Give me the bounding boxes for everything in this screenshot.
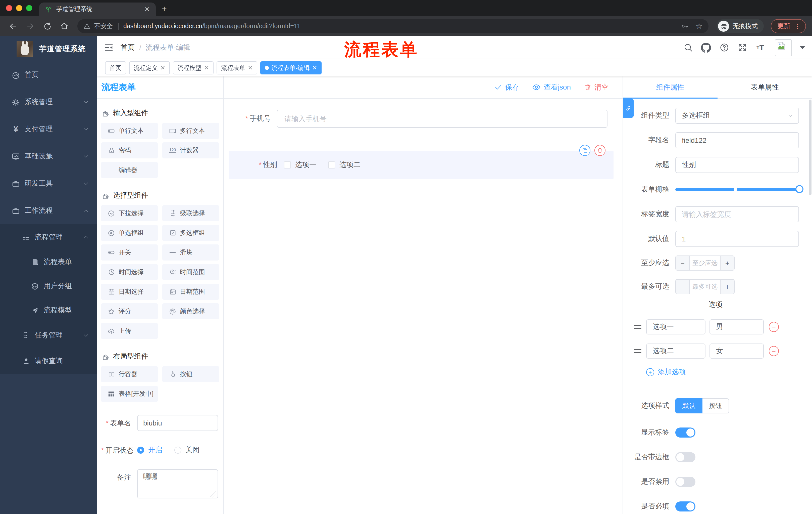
- border-toggle[interactable]: [675, 452, 695, 462]
- phone-field-row[interactable]: 手机号: [229, 110, 615, 128]
- radio-on-icon[interactable]: [137, 447, 144, 454]
- radio-off-icon[interactable]: [174, 447, 181, 454]
- bookmark-star-icon[interactable]: ☆: [696, 22, 702, 31]
- sidebar-item-user-group[interactable]: 用户分组: [0, 274, 97, 298]
- sidebar-item-workflow[interactable]: 工作流程: [0, 197, 97, 224]
- option-name-input[interactable]: [646, 319, 705, 334]
- style-default-button[interactable]: 默认: [675, 398, 702, 413]
- component-cascader[interactable]: 级联选择: [162, 205, 219, 221]
- fullscreen-icon[interactable]: [736, 43, 748, 52]
- new-tab-button[interactable]: +: [162, 4, 167, 14]
- component-time-range[interactable]: 时间范围: [162, 264, 219, 280]
- close-icon[interactable]: ✕: [204, 64, 209, 72]
- maximize-window-button[interactable]: [26, 5, 32, 11]
- status-on-label[interactable]: 开启: [148, 445, 162, 455]
- tag-process-form-edit[interactable]: 流程表单-编辑✕: [260, 61, 322, 75]
- sidebar-item-process-model[interactable]: 流程模型: [0, 298, 97, 322]
- component-counter[interactable]: 123计数器: [162, 142, 219, 158]
- add-option-button[interactable]: + 添加选项: [646, 368, 799, 377]
- style-button-button[interactable]: 按钮: [702, 398, 729, 413]
- plus-icon[interactable]: +: [720, 256, 734, 270]
- tag-process-form[interactable]: 流程表单✕: [216, 61, 257, 75]
- sidebar-item-home[interactable]: 首页: [0, 61, 97, 88]
- title-input[interactable]: [675, 157, 799, 173]
- tag-home[interactable]: 首页: [105, 61, 126, 75]
- browser-update-button[interactable]: 更新 ⋮: [771, 19, 806, 33]
- drag-handle-icon[interactable]: [633, 322, 642, 331]
- component-switch[interactable]: 开关: [101, 244, 158, 261]
- copy-field-button[interactable]: [579, 145, 590, 156]
- form-grid-slider[interactable]: [675, 182, 799, 198]
- gender-option-2[interactable]: 选项二: [340, 160, 360, 169]
- component-radio-group[interactable]: 单选框组: [101, 225, 158, 241]
- option-name-input[interactable]: [646, 344, 705, 359]
- help-icon[interactable]: [719, 43, 730, 52]
- url-bar[interactable]: 不安全 dashboard.yudao.iocoder.cn/bpm/manag…: [77, 19, 708, 33]
- remark-textarea[interactable]: 嘿嘿: [137, 469, 218, 498]
- component-select[interactable]: 下拉选择: [101, 205, 158, 221]
- home-icon[interactable]: [57, 19, 71, 33]
- field-name-input[interactable]: [675, 132, 799, 148]
- gender-option-1[interactable]: 选项一: [295, 160, 316, 169]
- component-slider[interactable]: 滑块: [162, 244, 219, 261]
- font-size-icon[interactable]: TT: [755, 43, 766, 52]
- sidebar-item-devtools[interactable]: 研发工具: [0, 170, 97, 197]
- required-toggle[interactable]: [675, 502, 695, 512]
- component-button[interactable]: 按钮: [162, 366, 219, 382]
- component-table-dev[interactable]: 表格[开发中]: [101, 386, 158, 402]
- component-upload[interactable]: 上传: [101, 323, 158, 339]
- show-label-toggle[interactable]: [675, 428, 695, 437]
- key-icon[interactable]: [680, 22, 689, 30]
- tab-component-props[interactable]: 组件属性: [623, 77, 718, 98]
- gender-field-selected[interactable]: 性别 选项一 选项二: [229, 151, 613, 179]
- close-window-button[interactable]: [6, 5, 12, 11]
- minus-icon[interactable]: −: [676, 280, 690, 294]
- form-name-input[interactable]: [137, 415, 218, 431]
- option-value-input[interactable]: [709, 344, 764, 359]
- component-color-picker[interactable]: 颜色选择: [162, 303, 219, 319]
- github-icon[interactable]: [700, 43, 712, 53]
- link-fold-button[interactable]: [623, 99, 634, 118]
- save-button[interactable]: 保存: [495, 83, 519, 92]
- component-checkbox-group[interactable]: 多选框组: [162, 225, 219, 241]
- component-date-range[interactable]: 日期范围: [162, 283, 219, 300]
- tab-close-icon[interactable]: ✕: [142, 5, 152, 13]
- component-password[interactable]: 密码: [101, 142, 158, 158]
- checkbox-icon[interactable]: [284, 161, 291, 168]
- remove-option-icon[interactable]: −: [769, 346, 779, 356]
- phone-input[interactable]: [277, 110, 608, 128]
- component-type-select[interactable]: 多选框组: [675, 108, 799, 124]
- status-off-label[interactable]: 关闭: [185, 445, 200, 455]
- sidebar-item-system[interactable]: 系统管理: [0, 88, 97, 116]
- close-icon[interactable]: ✕: [160, 64, 165, 72]
- component-multi-line-text[interactable]: 多行文本: [162, 123, 219, 139]
- slider-handle[interactable]: [795, 185, 804, 193]
- delete-field-button[interactable]: [594, 145, 606, 156]
- minus-icon[interactable]: −: [676, 256, 690, 270]
- avatar-caret-icon[interactable]: [800, 46, 805, 49]
- component-editor[interactable]: 编辑器: [101, 162, 158, 178]
- avatar[interactable]: [775, 39, 792, 56]
- browser-menu-kebab-icon[interactable]: ⋮: [794, 23, 801, 29]
- forward-icon[interactable]: [23, 19, 37, 33]
- default-value-input[interactable]: [675, 231, 799, 247]
- tag-process-model[interactable]: 流程模型✕: [173, 61, 213, 75]
- clear-button[interactable]: 清空: [584, 83, 609, 92]
- tab-form-props[interactable]: 表单属性: [718, 77, 812, 98]
- drag-handle-icon[interactable]: [633, 347, 642, 356]
- close-icon[interactable]: ✕: [248, 64, 253, 72]
- component-rate[interactable]: 评分: [101, 303, 158, 319]
- back-icon[interactable]: [6, 19, 20, 33]
- view-json-button[interactable]: 查看json: [532, 83, 571, 92]
- option-value-input[interactable]: [709, 319, 764, 334]
- sidebar-collapse-icon[interactable]: [104, 43, 114, 52]
- sidebar-item-task-mgmt[interactable]: 任务管理: [0, 322, 97, 348]
- component-single-line-text[interactable]: 单行文本: [101, 123, 158, 139]
- sidebar-item-leave-query[interactable]: 请假查询: [0, 348, 97, 374]
- label-width-input[interactable]: [675, 206, 799, 222]
- disabled-toggle[interactable]: [675, 477, 695, 487]
- minimize-window-button[interactable]: [16, 5, 22, 11]
- close-icon[interactable]: ✕: [312, 64, 317, 72]
- sidebar-item-infra[interactable]: 基础设施: [0, 143, 97, 170]
- component-row-container[interactable]: 行容器: [101, 366, 158, 382]
